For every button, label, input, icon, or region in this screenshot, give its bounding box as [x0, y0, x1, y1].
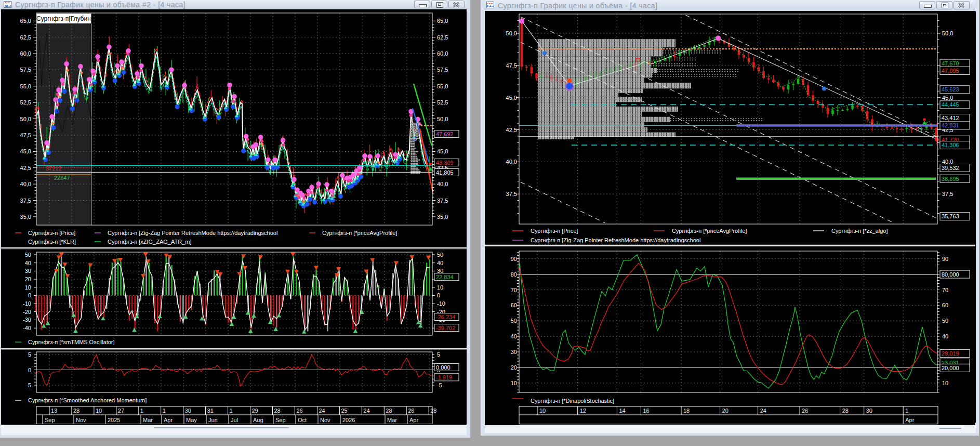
- svg-text:42,5: 42,5: [20, 165, 31, 171]
- svg-text:Mar: Mar: [143, 417, 153, 423]
- svg-text:65,0: 65,0: [437, 18, 448, 24]
- svg-text:Сургнфгз-п [Price]: Сургнфгз-п [Price]: [531, 228, 578, 234]
- svg-text:31: 31: [207, 408, 214, 414]
- svg-text:44,445: 44,445: [942, 101, 959, 108]
- svg-text:20: 20: [25, 276, 31, 282]
- svg-text:Apr: Apr: [905, 417, 914, 423]
- svg-text:Apr: Apr: [164, 417, 173, 423]
- svg-text:-10: -10: [437, 300, 445, 307]
- svg-text:41,306: 41,306: [942, 142, 959, 148]
- svg-text:Jun: Jun: [208, 417, 218, 423]
- svg-text:0: 0: [28, 367, 31, 373]
- svg-text:Aug: Aug: [253, 417, 263, 423]
- svg-text:1: 1: [230, 408, 233, 414]
- svg-text:28: 28: [386, 408, 392, 414]
- svg-text:26: 26: [802, 408, 808, 414]
- svg-text:Apr: Apr: [409, 417, 418, 423]
- svg-text:40: 40: [25, 260, 31, 266]
- svg-text:Sep: Sep: [275, 417, 286, 423]
- svg-text:40,0: 40,0: [437, 181, 448, 187]
- svg-text:55,0: 55,0: [437, 83, 448, 89]
- svg-text:62,5: 62,5: [437, 34, 448, 41]
- svg-text:37,5: 37,5: [942, 191, 953, 197]
- svg-text:Сургнфгз-п [Price]: Сургнфгз-п [Price]: [28, 230, 75, 236]
- svg-text:Сургнфгз-п [Zig-Zag Pointer Re: Сургнфгз-п [Zig-Zag Pointer RefreshMode …: [108, 230, 277, 236]
- svg-text:22,834: 22,834: [436, 274, 454, 280]
- svg-text:43,309: 43,309: [436, 160, 454, 166]
- svg-text:30: 30: [185, 408, 191, 414]
- svg-text:Сургнфгз-п [*zz_algo]: Сургнфгз-п [*zz_algo]: [831, 228, 888, 234]
- svg-text:45,0: 45,0: [20, 148, 31, 154]
- svg-text:Jul: Jul: [231, 417, 238, 423]
- svg-text:Сургнфгз-п [*priceAvgProfile]: Сургнфгз-п [*priceAvgProfile]: [672, 228, 747, 234]
- svg-text:1: 1: [905, 408, 908, 414]
- svg-text:-1,919: -1,919: [436, 374, 452, 381]
- svg-text:45,0: 45,0: [942, 95, 953, 101]
- svg-text:10: 10: [96, 408, 102, 414]
- svg-text:47,692: 47,692: [436, 131, 454, 137]
- svg-text:65,0: 65,0: [20, 18, 31, 24]
- svg-text:Sep: Sep: [45, 417, 55, 423]
- svg-text:35,0: 35,0: [20, 214, 31, 220]
- svg-text:28: 28: [430, 408, 436, 414]
- svg-text:45,623: 45,623: [942, 86, 959, 93]
- svg-text:60: 60: [511, 302, 517, 308]
- svg-text:-5: -5: [26, 382, 31, 388]
- svg-text:47,5: 47,5: [506, 62, 517, 69]
- svg-text:27: 27: [118, 408, 124, 414]
- svg-text:47,5: 47,5: [20, 132, 31, 138]
- svg-text:Oct: Oct: [298, 417, 307, 423]
- svg-text:12: 12: [580, 408, 586, 414]
- svg-text:37,5: 37,5: [20, 198, 31, 204]
- svg-text:50,0: 50,0: [942, 30, 953, 36]
- svg-text:38,695: 38,695: [942, 176, 959, 182]
- svg-text:40,0: 40,0: [506, 159, 517, 165]
- svg-text:-26,234: -26,234: [436, 314, 455, 320]
- svg-text:Nov: Nov: [76, 417, 86, 423]
- svg-text:0: 0: [437, 292, 440, 298]
- svg-text:22647: 22647: [54, 175, 70, 181]
- svg-text:80,000: 80,000: [942, 271, 959, 278]
- svg-text:Mar: Mar: [387, 417, 397, 423]
- svg-text:10: 10: [539, 408, 546, 414]
- svg-text:28: 28: [73, 408, 80, 414]
- svg-text:16: 16: [643, 408, 649, 414]
- svg-text:Сургнфгз-п[Глубина: Сургнфгз-п[Глубина: [36, 15, 95, 22]
- svg-text:50,0: 50,0: [506, 30, 517, 36]
- svg-text:-39,702: -39,702: [436, 325, 455, 331]
- svg-text:42,5: 42,5: [506, 127, 517, 133]
- svg-text:20,000: 20,000: [942, 365, 959, 371]
- svg-text:Сургнфгз-п [Zig-Zag Pointer Re: Сургнфгз-п [Zig-Zag Pointer RefreshMode …: [531, 237, 700, 243]
- svg-text:26: 26: [408, 408, 414, 414]
- svg-text:-10: -10: [23, 300, 31, 307]
- svg-text:37212: 37212: [46, 165, 62, 172]
- svg-text:5: 5: [437, 351, 440, 358]
- svg-text:30: 30: [25, 268, 31, 274]
- svg-text:37,5: 37,5: [437, 198, 448, 204]
- svg-text:18: 18: [683, 408, 690, 414]
- svg-text:24: 24: [319, 408, 325, 414]
- svg-text:10: 10: [437, 284, 443, 291]
- svg-text:1: 1: [163, 408, 166, 414]
- svg-text:50: 50: [511, 318, 517, 324]
- svg-text:20: 20: [722, 408, 729, 414]
- svg-text:47,670: 47,670: [942, 60, 959, 67]
- svg-text:Сургнфгз-п [xZIG_ZAG_ATR_m]: Сургнфгз-п [xZIG_ZAG_ATR_m]: [108, 239, 191, 245]
- svg-text:24: 24: [363, 408, 369, 414]
- svg-text:13: 13: [51, 408, 57, 414]
- svg-text:28: 28: [274, 408, 281, 414]
- svg-text:57,5: 57,5: [20, 67, 31, 73]
- svg-text:Nov: Nov: [320, 417, 330, 423]
- svg-text:10: 10: [942, 380, 948, 386]
- svg-text:0: 0: [28, 292, 31, 298]
- svg-text:60,0: 60,0: [20, 50, 31, 57]
- svg-text:60: 60: [942, 302, 948, 308]
- svg-text:35,0: 35,0: [437, 214, 448, 220]
- svg-text:70: 70: [942, 287, 948, 293]
- svg-text:41,805: 41,805: [436, 169, 454, 176]
- svg-text:45,0: 45,0: [437, 148, 448, 154]
- svg-text:52,5: 52,5: [20, 99, 31, 106]
- svg-text:40: 40: [511, 333, 517, 339]
- svg-text:20: 20: [511, 364, 517, 371]
- svg-text:50,0: 50,0: [20, 116, 31, 122]
